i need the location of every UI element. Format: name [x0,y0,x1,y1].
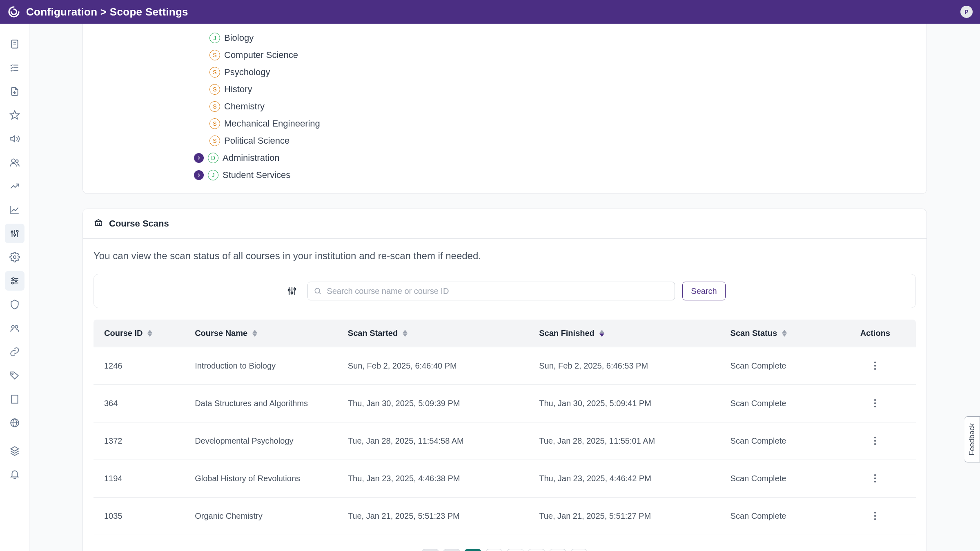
nav-chart-line-icon[interactable] [5,200,24,220]
sidebar-rail [0,24,29,551]
cell-id: 1035 [94,498,189,535]
cell-status: Scan Complete [725,385,840,422]
tree-leaf[interactable]: SPolitical Science [83,132,927,149]
feedback-tab[interactable]: Feedback [964,416,980,462]
cell-name: Data Structures and Algorithms [189,385,342,422]
cell-actions [840,460,916,498]
col-header-scan-started[interactable]: Scan Started [348,329,408,338]
nav-layers-icon[interactable] [5,441,24,460]
svg-marker-7 [10,111,19,119]
table-row: 1194Global History of RevolutionsThu, Ja… [94,460,916,498]
page-number[interactable]: 4 [528,549,545,551]
node-badge: S [209,136,220,146]
cell-name: Developmental Psychology [189,422,342,460]
node-label: Biology [224,33,254,43]
page-next[interactable]: › [549,549,566,551]
node-badge: J [209,33,220,43]
nav-globe-icon[interactable] [5,413,24,433]
svg-marker-51 [147,333,152,337]
nav-trend-icon[interactable] [5,176,24,196]
svg-marker-8 [11,136,15,142]
svg-point-10 [16,160,18,163]
cell-name: Global History of Revolutions [189,460,342,498]
cell-id: 1246 [94,347,189,385]
sort-icon [782,330,787,337]
cell-started: Thu, Jan 23, 2025, 4:46:38 PM [342,460,533,498]
page-number[interactable]: 2 [486,549,503,551]
cell-status: Scan Complete [725,347,840,385]
node-badge: S [209,67,220,78]
svg-point-19 [12,278,14,279]
svg-rect-27 [11,395,18,403]
svg-marker-37 [11,447,19,451]
nav-link-icon[interactable] [5,342,24,362]
expand-button[interactable] [194,153,204,163]
table-row: 364Data Structures and AlgorithmsThu, Ja… [94,385,916,422]
filter-adjust-button[interactable] [284,283,300,299]
expand-button[interactable] [194,170,204,180]
nav-volume-icon[interactable] [5,129,24,149]
nav-shield-icon[interactable] [5,295,24,314]
page-last[interactable]: » [570,549,588,551]
svg-point-69 [874,474,876,476]
row-actions-button[interactable] [869,510,881,522]
nav-bell-icon[interactable] [5,464,24,484]
node-label: Political Science [224,136,290,146]
svg-point-16 [16,230,18,232]
col-header-course-id[interactable]: Course ID [104,329,152,338]
col-header-scan-finished[interactable]: Scan Finished [539,329,604,338]
node-badge: S [209,118,220,129]
tree-leaf[interactable]: SPsychology [83,64,927,81]
cell-finished: Tue, Jan 28, 2025, 11:55:01 AM [533,422,724,460]
page-number[interactable]: 1 [464,549,481,551]
svg-point-71 [874,481,876,482]
tree-leaf[interactable]: SComputer Science [83,47,927,64]
svg-point-24 [11,326,14,329]
nav-users-icon[interactable] [5,153,24,172]
page-number[interactable]: 3 [507,549,524,551]
row-actions-button[interactable] [869,360,881,372]
tree-leaf[interactable]: SMechanical Engineering [83,115,927,132]
svg-point-74 [874,518,876,520]
row-actions-button[interactable] [869,397,881,409]
nav-star-icon[interactable] [5,105,24,125]
svg-point-68 [874,443,876,445]
svg-marker-56 [599,330,604,333]
svg-point-60 [874,362,876,363]
svg-point-70 [874,478,876,479]
avatar[interactable]: P [960,6,973,18]
node-label: Psychology [224,67,270,78]
row-actions-button[interactable] [869,472,881,484]
nav-building-icon[interactable] [5,389,24,409]
svg-line-49 [319,293,321,294]
cell-status: Scan Complete [725,422,840,460]
cell-finished: Thu, Jan 30, 2025, 5:09:41 PM [533,385,724,422]
row-actions-button[interactable] [869,435,881,447]
tree-branch[interactable]: DAdministration [83,149,927,167]
app-header: Configuration > Scope Settings P [0,0,980,24]
nav-sliders-icon[interactable] [5,271,24,291]
nav-checklist-icon[interactable] [5,58,24,78]
search-input[interactable] [327,287,675,296]
svg-point-26 [11,373,13,374]
node-label: History [224,84,252,95]
nav-import-icon[interactable] [5,82,24,101]
tree-leaf[interactable]: SHistory [83,81,927,98]
svg-marker-50 [147,330,152,333]
nav-tag-icon[interactable] [5,366,24,385]
svg-marker-55 [403,333,408,337]
nav-group-icon[interactable] [5,318,24,338]
search-button[interactable]: Search [682,282,725,300]
tree-leaf[interactable]: JBiology [83,29,927,47]
col-header-course-name[interactable]: Course Name [195,329,257,338]
tree-branch[interactable]: JStudent Services [83,167,927,184]
nav-adjust-icon[interactable] [5,224,24,243]
svg-point-64 [874,402,876,404]
col-header-scan-status[interactable]: Scan Status [731,329,787,338]
nav-gear-icon[interactable] [5,247,24,267]
sort-icon [403,330,408,337]
tree-leaf[interactable]: SChemistry [83,98,927,115]
cell-started: Thu, Jan 30, 2025, 5:09:39 PM [342,385,533,422]
nav-page-icon[interactable] [5,34,24,54]
svg-point-12 [11,231,13,233]
